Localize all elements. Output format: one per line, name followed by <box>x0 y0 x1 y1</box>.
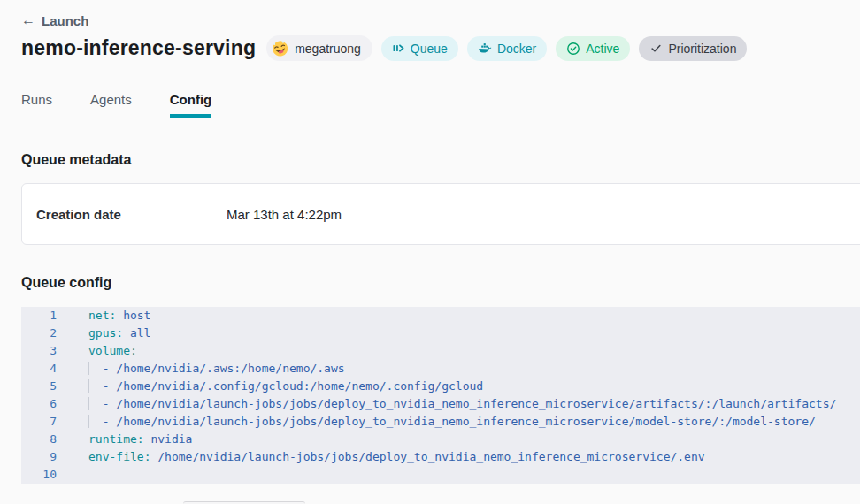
back-link-label: Launch <box>42 13 88 28</box>
back-to-launch-link[interactable]: ← Launch <box>21 13 88 28</box>
queue-config-heading: Queue config <box>21 275 860 291</box>
owner-name: megatruong <box>295 42 361 56</box>
code-line: 5 - /home/nvidia/.config/gcloud:/home/ne… <box>21 378 860 395</box>
launch-queue-page: ← Launch nemo-inference-serving <box>0 0 860 504</box>
code-token-dash: - <box>103 415 117 428</box>
code-line-content: net: host <box>88 307 150 325</box>
queue-badge-label: Queue <box>411 42 448 56</box>
code-token-punct: : <box>130 344 137 357</box>
line-number: 3 <box>21 342 57 360</box>
code-line-content: - /home/nvidia/launch-jobs/jobs/deploy_t… <box>88 413 816 431</box>
code-line: 2gpus: all <box>21 325 860 342</box>
tab-config[interactable]: Config <box>170 90 211 118</box>
code-token-punct: : <box>144 450 158 463</box>
code-token-dash: - <box>103 362 117 375</box>
code-line-content: - /home/nvidia/.aws:/home/nemo/.aws <box>88 360 345 378</box>
code-line: 1net: host <box>21 307 860 325</box>
back-arrow-icon: ← <box>21 13 35 27</box>
line-number: 10 <box>21 466 57 484</box>
code-line: 7 - /home/nvidia/launch-jobs/jobs/deploy… <box>21 413 860 431</box>
line-number: 6 <box>21 395 57 413</box>
tab-bar: Runs Agents Config <box>21 90 860 118</box>
indent-guide <box>88 379 103 393</box>
code-token-value: nvidia <box>150 432 192 446</box>
creation-date-value: Mar 13th at 4:22pm <box>227 207 342 222</box>
title-row: nemo-inference-serving megatruong <box>21 35 860 61</box>
code-token-punct: : <box>137 432 151 446</box>
indent-guide <box>88 362 103 375</box>
code-token-punct: : <box>109 309 123 322</box>
code-line-content: - /home/nvidia/launch-jobs/jobs/deploy_t… <box>88 395 836 413</box>
line-number: 5 <box>21 378 57 395</box>
creation-date-label: Creation date <box>36 207 227 222</box>
code-token-value: host <box>123 309 150 322</box>
line-number: 8 <box>21 431 57 448</box>
code-token-dash: - <box>103 379 117 393</box>
queue-badge: Queue <box>381 36 458 61</box>
docker-badge: Docker <box>467 36 547 61</box>
code-token-value: all <box>130 326 150 340</box>
code-line-content: - /home/nvidia/.config/gcloud:/home/nemo… <box>88 378 483 395</box>
laughing-emoji-avatar <box>271 39 289 57</box>
line-number: 2 <box>21 325 57 342</box>
prioritization-badge-label: Prioritization <box>668 42 736 56</box>
queue-metadata-card: Creation date Mar 13th at 4:22pm <box>21 183 860 245</box>
code-line: 4 - /home/nvidia/.aws:/home/nemo/.aws <box>21 360 860 378</box>
code-line: 3volume: <box>21 342 860 360</box>
indent-guide <box>88 415 103 428</box>
queue-metadata-heading: Queue metadata <box>21 152 860 168</box>
code-token-value: /home/nvidia/launch-jobs/jobs/deploy_to_… <box>116 415 816 428</box>
code-token-key: net <box>88 309 109 322</box>
code-token-value: /home/nvidia/.aws:/home/nemo/.aws <box>116 362 344 375</box>
code-token-value: /home/nvidia/launch-jobs/jobs/deploy_to_… <box>116 397 836 410</box>
tab-agents[interactable]: Agents <box>90 90 132 118</box>
code-token-value: /home/nvidia/.config/gcloud:/home/nemo/.… <box>116 379 483 393</box>
indent-guide <box>88 397 103 410</box>
code-line-content: env-file: /home/nvidia/launch-jobs/jobs/… <box>88 448 705 466</box>
line-number: 7 <box>21 413 57 431</box>
code-token-key: volume <box>88 344 130 357</box>
code-token-key: runtime <box>88 432 137 446</box>
active-badge-label: Active <box>586 42 619 56</box>
code-line: 6 - /home/nvidia/launch-jobs/jobs/deploy… <box>21 395 860 413</box>
code-token-punct: : <box>116 326 130 340</box>
queue-icon <box>392 42 405 55</box>
line-number: 4 <box>21 360 57 378</box>
code-token-value: /home/nvidia/launch-jobs/jobs/deploy_to_… <box>157 450 704 463</box>
owner-pill[interactable]: megatruong <box>266 35 372 61</box>
line-number: 9 <box>21 448 57 466</box>
code-token-key: gpus <box>88 326 116 340</box>
code-line-content: runtime: nvidia <box>88 431 192 448</box>
active-status-badge: Active <box>556 36 630 61</box>
prioritization-badge: Prioritization <box>639 36 747 61</box>
line-number: 1 <box>21 307 57 325</box>
page-title: nemo-inference-serving <box>21 36 256 60</box>
tab-runs[interactable]: Runs <box>21 90 52 118</box>
code-token-dash: - <box>103 397 117 410</box>
code-line: 8runtime: nvidia <box>21 431 860 448</box>
queue-config-code-editor[interactable]: 1net: host2gpus: all3volume:4 - /home/nv… <box>21 307 860 484</box>
code-line: 9env-file: /home/nvidia/launch-jobs/jobs… <box>21 448 860 466</box>
page-header: ← Launch nemo-inference-serving <box>0 0 860 61</box>
active-status-icon <box>566 42 580 56</box>
code-line-content: volume: <box>88 342 137 360</box>
code-line: 10 <box>21 466 860 484</box>
code-token-key: env-file <box>88 450 144 463</box>
check-icon <box>649 42 663 55</box>
docker-icon <box>478 42 492 56</box>
docker-badge-label: Docker <box>497 42 536 56</box>
code-line-content: gpus: all <box>88 325 150 342</box>
